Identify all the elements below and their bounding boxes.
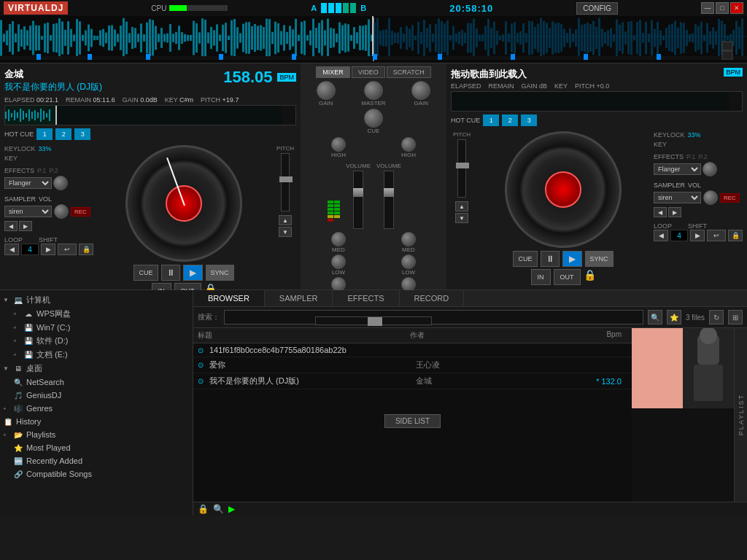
- lock-bottom-icon[interactable]: 🔒: [198, 504, 209, 514]
- minimize-button[interactable]: —: [701, 2, 714, 14]
- deck-left-waveform[interactable]: [4, 105, 296, 125]
- sidebar-item-most-played[interactable]: ⭐ Most Played: [13, 441, 190, 454]
- hotcue-1-button[interactable]: 1: [36, 128, 53, 140]
- med-right-knob[interactable]: [401, 232, 416, 246]
- fader-right[interactable]: VOLUME: [376, 163, 401, 229]
- hotcue-2-button[interactable]: 2: [55, 128, 71, 140]
- hotcue-2-button-right[interactable]: 2: [502, 114, 518, 126]
- med-left-knob[interactable]: [331, 232, 346, 246]
- sidebar-item-computer[interactable]: ▼ 💻 计算机: [3, 293, 190, 307]
- pitch-down-btn-right[interactable]: ▼: [455, 213, 468, 223]
- play-button-left[interactable]: ▶: [183, 265, 203, 281]
- mixer-tab-video[interactable]: VIDEO: [352, 66, 385, 78]
- low-left-knob[interactable]: [331, 254, 346, 269]
- sidebar-item-desktop[interactable]: ▼ 🖥 桌面: [3, 362, 190, 376]
- pause-button-left[interactable]: ⏸: [161, 265, 180, 281]
- pitch-slider-right[interactable]: [457, 139, 466, 198]
- track-row[interactable]: ⊙ 爱你 王心凌: [193, 357, 632, 373]
- prev-btn[interactable]: ◀: [4, 221, 18, 231]
- restore-button[interactable]: □: [716, 2, 729, 14]
- gain-left-knob[interactable]: [317, 81, 336, 100]
- next-btn-right[interactable]: ▶: [668, 207, 681, 217]
- effect-select[interactable]: Flanger: [4, 177, 52, 189]
- effect-knob[interactable]: [53, 176, 68, 190]
- sampler-select-right[interactable]: siren: [654, 192, 701, 203]
- loop-toggle-btn-right[interactable]: ↩: [707, 230, 726, 241]
- high-left-knob[interactable]: [331, 137, 346, 152]
- grid-icon[interactable]: ⊞: [728, 310, 743, 324]
- cue-button-right[interactable]: CUE: [513, 251, 537, 267]
- side-list-button[interactable]: SIDE LIST: [384, 414, 441, 428]
- config-button[interactable]: CONFIG: [576, 2, 618, 15]
- tab-effects[interactable]: EFFECTS: [333, 290, 399, 306]
- sidebar-item-wendang[interactable]: + 💾 文档 (E:): [13, 348, 190, 362]
- hotcue-3-button-right[interactable]: 3: [521, 114, 537, 126]
- sampler-knob[interactable]: [54, 204, 69, 219]
- gain-right-knob[interactable]: [411, 81, 430, 100]
- sidebar-item-genres[interactable]: + 🎼 Genres: [3, 402, 190, 415]
- turntable-right-disc[interactable]: [505, 131, 622, 248]
- sync-button-left[interactable]: SYNC: [206, 265, 234, 281]
- fader-right-track[interactable]: [384, 171, 394, 229]
- crossfader[interactable]: [315, 316, 432, 325]
- prev-btn-right[interactable]: ◀: [654, 207, 667, 217]
- sync-button-right[interactable]: SYNC: [585, 251, 614, 267]
- loop-next-btn-right[interactable]: ▶: [690, 230, 705, 241]
- pitch-up-btn-right[interactable]: ▲: [455, 201, 468, 211]
- pitch-up-btn[interactable]: ▲: [279, 215, 292, 225]
- in-button-right[interactable]: IN: [531, 269, 551, 285]
- cue-knob[interactable]: [364, 109, 383, 128]
- close-button[interactable]: ✕: [730, 2, 743, 14]
- search-bottom-icon[interactable]: 🔍: [213, 504, 224, 514]
- refresh-icon[interactable]: ↻: [709, 310, 724, 324]
- rec-button-right[interactable]: REC: [720, 193, 740, 203]
- hotcue-3-button[interactable]: 3: [74, 128, 90, 140]
- effect-knob-right[interactable]: [703, 162, 717, 176]
- low-right-knob[interactable]: [401, 254, 416, 269]
- sampler-select[interactable]: siren: [4, 206, 52, 217]
- high-right-knob[interactable]: [401, 137, 416, 152]
- fader-left[interactable]: VOLUME: [346, 163, 371, 229]
- sidebar-item-playlists[interactable]: + 📂 Playlists: [3, 428, 190, 441]
- sidebar-item-recently-added[interactable]: 🆕 Recently Added: [13, 454, 190, 467]
- loop-shift-btn[interactable]: 🔒: [79, 244, 93, 255]
- loop-toggle-btn[interactable]: ↩: [58, 244, 77, 255]
- sidebar-item-compatible[interactable]: 🔗 Compatible Songs: [13, 467, 190, 481]
- tab-record[interactable]: RECORD: [400, 290, 465, 306]
- fader-left-track[interactable]: [353, 171, 363, 229]
- loop-prev-btn[interactable]: ◀: [4, 244, 19, 255]
- turntable-left-disc[interactable]: [125, 145, 242, 262]
- loop-next-btn[interactable]: ▶: [41, 244, 55, 255]
- pitch-slider-left[interactable]: [281, 153, 290, 211]
- tab-browser[interactable]: BROWSER: [193, 290, 265, 306]
- star-icon[interactable]: ⭐: [667, 310, 681, 324]
- search-icon[interactable]: 🔍: [648, 310, 662, 324]
- lock-icon-right[interactable]: 🔒: [584, 269, 596, 285]
- search-input[interactable]: [224, 310, 643, 324]
- master-knob[interactable]: [364, 81, 383, 100]
- mixer-tab-mixer[interactable]: MIXER: [316, 66, 350, 78]
- pause-button-right[interactable]: ⏸: [541, 251, 560, 267]
- play-bottom-icon[interactable]: ▶: [228, 504, 235, 514]
- track-row[interactable]: ⊙ 141f61f8b0cce8c4b7755a80186ab22b: [193, 343, 632, 357]
- next-btn[interactable]: ▶: [19, 221, 32, 231]
- play-button-right[interactable]: ▶: [562, 251, 582, 267]
- sidebar-item-geniusdj[interactable]: 🎵 GeniusDJ: [13, 389, 190, 402]
- effect-select-right[interactable]: Flanger: [654, 163, 701, 175]
- cue-button-left[interactable]: CUE: [133, 265, 158, 281]
- filter-left-knob[interactable]: [331, 277, 346, 292]
- track-row[interactable]: ⊙ 我不是你要的男人 (DJ版) 金城 * 132.0: [193, 373, 632, 389]
- hotcue-1-button-right[interactable]: 1: [483, 114, 499, 126]
- pitch-down-btn[interactable]: ▼: [279, 227, 292, 237]
- tab-sampler[interactable]: SAMPLER: [265, 290, 333, 306]
- sidebar-item-netsearch[interactable]: 🔍 NetSearch: [13, 376, 190, 389]
- rec-button[interactable]: REC: [71, 207, 90, 217]
- deck-right-waveform[interactable]: [451, 91, 743, 112]
- filter-right-knob[interactable]: [401, 277, 416, 292]
- sidebar-item-history[interactable]: 📋 History: [3, 415, 190, 428]
- sidebar-item-win7c[interactable]: + 💾 Win7 (C:): [13, 321, 190, 334]
- sidebar-item-wps[interactable]: + ☁ WPS网盘: [13, 307, 190, 321]
- mixer-tab-scratch[interactable]: SCRATCH: [387, 66, 431, 78]
- out-button-right[interactable]: OUT: [554, 269, 581, 285]
- sampler-knob-right[interactable]: [703, 190, 718, 205]
